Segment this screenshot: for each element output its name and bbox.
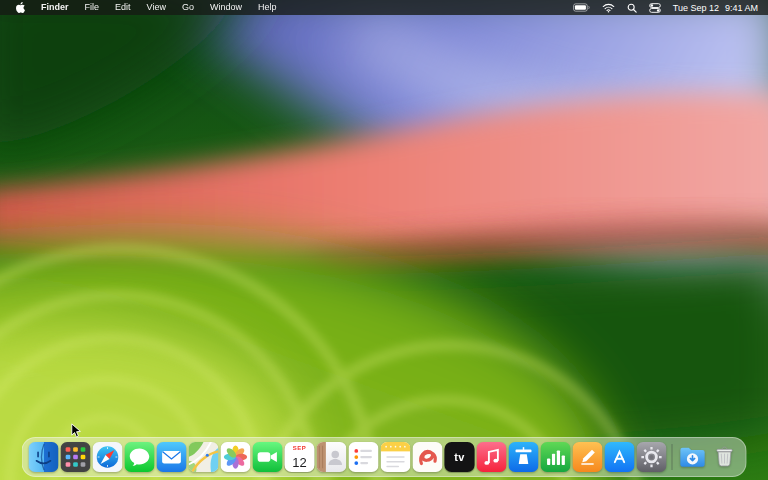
- tv-wordmark: tv: [454, 451, 464, 463]
- menu-go[interactable]: Go: [174, 0, 202, 15]
- calendar-icon: SEP12: [285, 442, 315, 472]
- dock-settings[interactable]: [637, 442, 667, 472]
- trash-icon: [710, 442, 740, 472]
- dock-launchpad[interactable]: [61, 442, 91, 472]
- desktop[interactable]: Finder FileEditViewGoWindowHelp Tue Sep …: [0, 0, 768, 480]
- menu-file[interactable]: File: [77, 0, 108, 15]
- dock-maps[interactable]: [189, 442, 219, 472]
- downloads-icon: [678, 442, 708, 472]
- pages-icon: [573, 442, 603, 472]
- dock-separator: [672, 444, 673, 470]
- menu-items: FileEditViewGoWindowHelp: [77, 0, 285, 15]
- messages-icon: [125, 442, 155, 472]
- menu-edit[interactable]: Edit: [107, 0, 139, 15]
- dock-contacts[interactable]: [317, 442, 347, 472]
- menu-view[interactable]: View: [139, 0, 174, 15]
- music-icon: [477, 442, 507, 472]
- dock-messages[interactable]: [125, 442, 155, 472]
- dock-pages[interactable]: [573, 442, 603, 472]
- dock-music[interactable]: [477, 442, 507, 472]
- apple-menu[interactable]: [8, 0, 33, 15]
- dock-tv[interactable]: tv: [445, 442, 475, 472]
- numbers-icon: [541, 442, 571, 472]
- dock: SEP12tv: [22, 437, 747, 477]
- dock-keynote[interactable]: [509, 442, 539, 472]
- wifi-icon: [602, 3, 615, 13]
- dock-safari[interactable]: [93, 442, 123, 472]
- keynote-icon: [509, 442, 539, 472]
- app-menu-finder[interactable]: Finder: [33, 0, 77, 15]
- battery-full-icon: [573, 3, 590, 12]
- freeform-icon: [413, 442, 443, 472]
- dock-appstore[interactable]: [605, 442, 635, 472]
- spotlight-search[interactable]: [621, 0, 643, 15]
- menu-bar-right: Tue Sep 12 9:41 AM: [567, 0, 760, 15]
- calendar-day: 12: [285, 452, 315, 472]
- settings-icon: [637, 442, 667, 472]
- search-icon: [627, 3, 637, 13]
- control-center[interactable]: [643, 0, 667, 15]
- wifi-status[interactable]: [596, 0, 621, 15]
- menu-bar-clock[interactable]: Tue Sep 12 9:41 AM: [667, 3, 760, 13]
- menu-bar: Finder FileEditViewGoWindowHelp Tue Sep …: [0, 0, 768, 15]
- desktop-wallpaper: [0, 0, 768, 480]
- safari-icon: [93, 442, 123, 472]
- dock-freeform[interactable]: [413, 442, 443, 472]
- dock-items: SEP12tv: [29, 442, 740, 472]
- dock-reminders[interactable]: [349, 442, 379, 472]
- dock-notes[interactable]: [381, 442, 411, 472]
- appstore-icon: [605, 442, 635, 472]
- time-label: 9:41 AM: [725, 3, 758, 13]
- launchpad-icon: [61, 442, 91, 472]
- dock-finder[interactable]: [29, 442, 59, 472]
- dock-calendar[interactable]: SEP12: [285, 442, 315, 472]
- contacts-icon: [317, 442, 347, 472]
- facetime-icon: [253, 442, 283, 472]
- reminders-icon: [349, 442, 379, 472]
- maps-icon: [189, 442, 219, 472]
- calendar-month: SEP: [285, 442, 315, 452]
- dock-facetime[interactable]: [253, 442, 283, 472]
- tv-icon: tv: [445, 442, 475, 472]
- dock-trash[interactable]: [710, 442, 740, 472]
- finder-icon: [29, 442, 59, 472]
- menu-help[interactable]: Help: [250, 0, 285, 15]
- date-label: Tue Sep 12: [673, 3, 719, 13]
- dock-mail[interactable]: [157, 442, 187, 472]
- dock-numbers[interactable]: [541, 442, 571, 472]
- menu-bar-left: Finder FileEditViewGoWindowHelp: [8, 0, 284, 15]
- photos-icon: [221, 442, 251, 472]
- menu-window[interactable]: Window: [202, 0, 250, 15]
- notes-icon: [381, 442, 411, 472]
- dock-downloads[interactable]: [678, 442, 708, 472]
- control-center-icon: [649, 3, 661, 13]
- mail-icon: [157, 442, 187, 472]
- dock-photos[interactable]: [221, 442, 251, 472]
- apple-logo-icon: [16, 2, 25, 13]
- battery-status[interactable]: [567, 0, 596, 15]
